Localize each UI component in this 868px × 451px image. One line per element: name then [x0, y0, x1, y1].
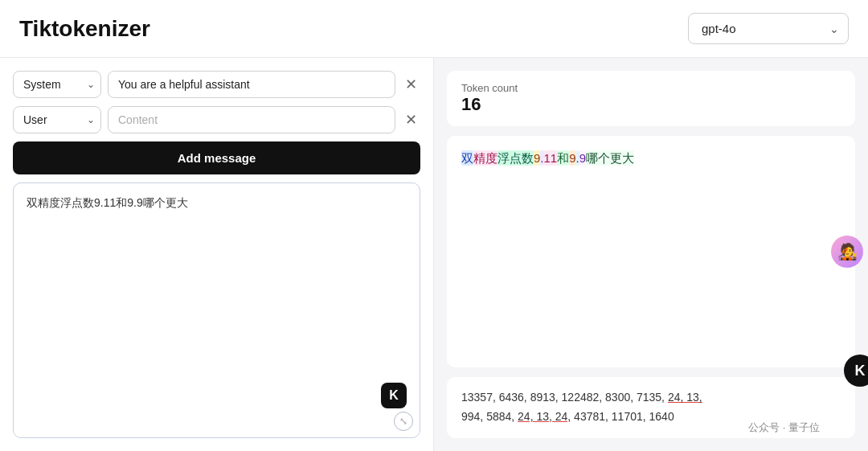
system-close-button[interactable]: ✕ [402, 72, 420, 96]
model-select[interactable]: gpt-4o gpt-4 gpt-3.5-turbo text-davinci-… [688, 13, 849, 44]
system-message-row: System User Assistant ⌄ ✕ [13, 71, 420, 98]
token-segment: 和 [557, 150, 569, 166]
token-segment: 9 [579, 150, 586, 166]
add-message-button[interactable]: Add message [13, 141, 420, 174]
k-badge-icon: K [381, 383, 407, 408]
model-selector-wrap: gpt-4o gpt-4 gpt-3.5-turbo text-davinci-… [688, 13, 849, 44]
left-panel: System User Assistant ⌄ ✕ User System As… [0, 58, 434, 451]
resize-handle-icon[interactable]: ⤡ [394, 412, 413, 431]
token-visual-card: 双精度浮点数9.11和9.9哪个更大 🧑‍🎤 [447, 136, 855, 367]
token-id-underlined: 24, 13, 24, [518, 410, 571, 423]
system-message-input[interactable] [108, 71, 395, 98]
watermark-text: 公众号 · 量子位 [748, 420, 820, 435]
token-segment: 11 [544, 150, 558, 166]
system-role-select[interactable]: System User Assistant [13, 71, 101, 98]
main-content: System User Assistant ⌄ ✕ User System As… [0, 58, 868, 451]
user-role-wrap: User System Assistant ⌄ [13, 106, 101, 133]
token-count-card: Token count 16 [447, 71, 855, 126]
token-text-display: 双精度浮点数9.11和9.9哪个更大 [461, 147, 841, 169]
token-count-value: 16 [461, 94, 841, 115]
header: Tiktokenizer gpt-4o gpt-4 gpt-3.5-turbo … [0, 0, 868, 58]
user-message-row: User System Assistant ⌄ ✕ [13, 106, 420, 133]
token-segment: 精度 [473, 150, 497, 166]
app-title: Tiktokenizer [19, 16, 150, 42]
watermark: 公众号 · 量子位 [748, 420, 820, 435]
token-segment: 双 [461, 150, 473, 166]
user-close-button[interactable]: ✕ [402, 108, 420, 132]
user-message-input[interactable] [108, 106, 395, 133]
token-segment: 9 [569, 150, 575, 166]
token-segment: . [540, 150, 543, 166]
token-count-label: Token count [461, 82, 841, 94]
right-panel: Token count 16 双精度浮点数9.11和9.9哪个更大 🧑‍🎤 13… [434, 58, 868, 451]
textarea-wrap: 双精度浮点数9.11和9.9哪个更大 K ⤡ [13, 182, 420, 438]
main-textarea[interactable]: 双精度浮点数9.11和9.9哪个更大 [14, 183, 420, 437]
system-role-wrap: System User Assistant ⌄ [13, 71, 101, 98]
token-id-underlined: 24, 13, [668, 391, 702, 404]
token-segment: 哪个更大 [586, 150, 634, 166]
user-role-select[interactable]: User System Assistant [13, 106, 101, 133]
token-segment: 浮点数 [497, 150, 534, 166]
avatar: 🧑‍🎤 [831, 236, 863, 268]
